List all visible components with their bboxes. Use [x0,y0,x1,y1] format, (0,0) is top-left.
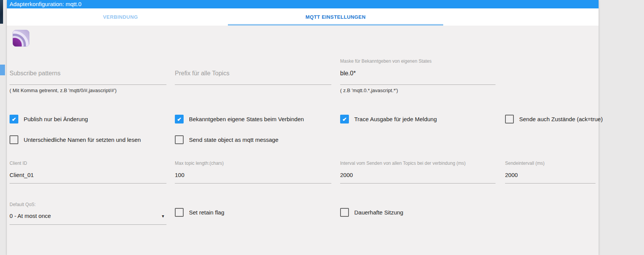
field-underline [10,224,166,225]
checkbox-persistent-session[interactable]: ✔ Dauerhafte Sitzung [340,208,496,217]
send-interval-field[interactable] [505,172,596,179]
mask-own-states-hint: ( z.B 'mqtt.0.*,javascript.*') [340,88,496,93]
field-underline [175,183,331,184]
subscribe-patterns-field[interactable] [10,70,166,78]
checkbox-label: Set retain flag [189,209,224,216]
background-artifact-navy [0,0,3,24]
checkbox-icon: ✔ [340,115,349,123]
mqtt-adapter-logo [13,30,29,47]
interval-all-topics-input[interactable] [340,172,496,178]
checkbox-send-state-object[interactable]: ✔ Send state object as mqtt message [175,135,331,144]
field-underline [10,84,166,85]
active-tab-indicator [228,24,443,26]
default-qos-label: Default QoS: [10,202,166,207]
prefix-topics-field[interactable] [175,70,331,78]
checkbox-label: Send state object as mqtt message [189,136,278,143]
client-id-label: Client ID [10,161,166,166]
subscribe-patterns-hint: ( Mit Komma getrennt, z.B 'mqtt/0/#,java… [10,88,166,93]
checkbox-icon: ✔ [175,208,184,217]
client-id-field[interactable] [10,172,166,179]
interval-all-topics-label: Interval vom Senden von allen Topics bei… [340,161,466,166]
subscribe-patterns-input[interactable] [10,70,166,77]
check-icon: ✔ [342,117,347,122]
mask-own-states-input[interactable] [340,70,496,77]
tab-bar: VERBINDUNG MQTT EINSTELLUNGEN [7,8,599,26]
checkbox-icon: ✔ [175,135,184,144]
send-interval-label: Sendeintervall (ms) [505,161,596,166]
max-topic-length-label: Max topic length:(chars) [175,161,331,166]
default-qos-select[interactable]: 0 - At most once ▼ [10,213,166,222]
interval-all-topics-field[interactable] [340,172,496,179]
checkbox-label: Bekanntgeben eigene States beim Verbinde… [189,116,304,122]
tab-verbindung[interactable]: VERBINDUNG [13,8,228,26]
checkbox-icon: ✔ [340,208,349,217]
field-underline [10,183,166,184]
max-topic-length-input[interactable] [175,172,331,178]
mask-own-states-label: Maske für Bekanntgeben von eigenen State… [340,58,496,64]
checkbox-label: Unterschiedliche Namen für setzten und l… [24,136,141,143]
checkbox-announce-own-states[interactable]: ✔ Bekanntgeben eigene States beim Verbin… [175,115,331,123]
field-underline [175,84,331,85]
checkbox-publish-on-change[interactable]: ✔ Publish nur bei Änderung [10,115,166,123]
checkbox-trace-output[interactable]: ✔ Trace Ausgabe für jede Meldung [340,115,496,123]
dialog-title: Adapterkonfiguration: mqtt.0 [7,0,599,8]
send-interval-input[interactable] [505,172,596,178]
checkbox-different-names[interactable]: ✔ Unterschiedliche Namen für setzten und… [10,135,166,144]
prefix-topics-input[interactable] [175,70,331,77]
checkbox-icon: ✔ [505,115,514,123]
checkbox-label: Sende auch Zustände (ack=true) [519,116,603,122]
background-artifact-blue [0,65,5,75]
checkbox-set-retain-flag[interactable]: ✔ Set retain flag [175,208,331,217]
mask-own-states-field[interactable] [340,70,496,78]
max-topic-length-field[interactable] [175,172,331,179]
check-icon: ✔ [177,117,182,122]
checkbox-icon: ✔ [10,135,18,144]
check-icon: ✔ [12,117,16,122]
checkbox-icon: ✔ [10,115,18,123]
caret-down-icon: ▼ [161,214,165,218]
field-underline [505,183,596,184]
default-qos-value: 0 - At most once [10,213,51,219]
checkbox-label: Trace Ausgabe für jede Meldung [354,116,437,122]
tab-mqtt-einstellungen[interactable]: MQTT EINSTELLUNGEN [228,8,443,26]
checkbox-label: Publish nur bei Änderung [24,116,88,122]
adapter-config-dialog: Adapterkonfiguration: mqtt.0 VERBINDUNG … [7,0,599,255]
client-id-input[interactable] [10,172,166,178]
checkbox-icon: ✔ [175,115,184,123]
field-underline [340,183,496,184]
checkbox-label: Dauerhafte Sitzung [354,209,403,216]
checkbox-send-ack-states[interactable]: ✔ Sende auch Zustände (ack=true) [505,115,596,123]
field-underline [340,84,496,85]
